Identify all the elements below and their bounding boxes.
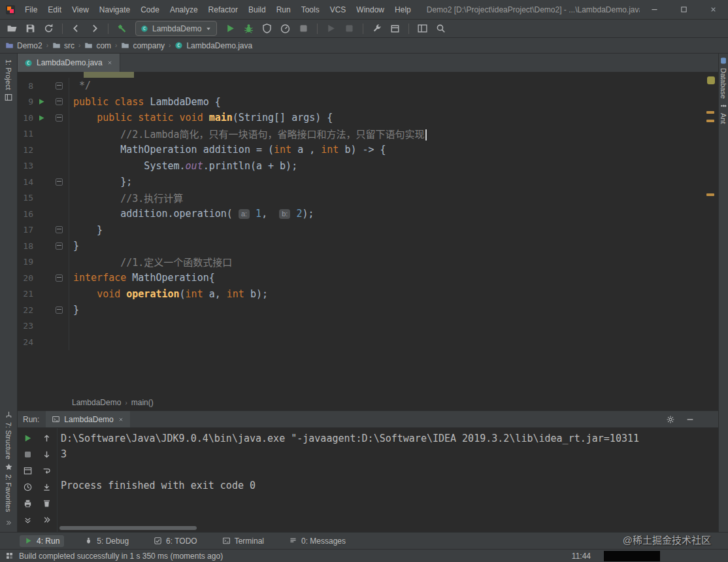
profiler-button[interactable] <box>277 21 293 37</box>
fold-marker[interactable] <box>56 306 63 314</box>
editor-breadcrumb-item[interactable]: LambdaDemo <box>72 398 121 407</box>
gutter[interactable]: 23 <box>18 318 69 335</box>
coverage-button[interactable] <box>259 21 275 37</box>
breadcrumb-src[interactable]: src <box>52 41 74 50</box>
console-output[interactable]: D:\Software\Java\JDK9.0.4\bin\java.exe "… <box>61 431 716 524</box>
breadcrumb-company[interactable]: company <box>121 41 165 50</box>
close-icon[interactable] <box>118 416 124 423</box>
run-button[interactable] <box>222 21 239 37</box>
fold-gutter[interactable] <box>49 82 69 90</box>
gutter[interactable]: 8 <box>18 78 69 94</box>
fold-marker[interactable] <box>56 98 63 105</box>
fold-gutter[interactable] <box>49 178 69 186</box>
close-button[interactable] <box>699 0 728 19</box>
code-text[interactable]: void operation(int a, int b); <box>69 288 268 300</box>
menu-edit[interactable]: Edit <box>42 5 67 14</box>
close-icon[interactable] <box>107 59 113 66</box>
print-icon[interactable] <box>23 499 33 508</box>
back-button[interactable] <box>68 21 84 37</box>
code-text[interactable]: System.out.println(a + b); <box>69 160 297 172</box>
code-text[interactable]: }; <box>69 176 132 188</box>
gutter[interactable]: 10 <box>18 110 69 126</box>
gutter[interactable]: 16 <box>18 206 69 222</box>
up-arrow-icon[interactable] <box>42 433 52 443</box>
fold-marker[interactable] <box>56 178 63 186</box>
fold-marker[interactable] <box>56 274 63 282</box>
breadcrumb-com[interactable]: com <box>84 41 111 50</box>
save-button[interactable] <box>22 21 39 37</box>
code-text[interactable]: interface MathOperation{ <box>69 272 215 284</box>
tool-stripe-button-database[interactable]: Database <box>720 57 727 102</box>
menu-file[interactable]: File <box>20 5 42 14</box>
tool-stripe-button-ant[interactable]: Ant <box>720 102 727 127</box>
gutter[interactable]: 12 <box>18 142 69 158</box>
soft-wrap-icon[interactable] <box>42 466 52 476</box>
warning-stripe-mark[interactable] <box>706 111 714 114</box>
fold-gutter[interactable] <box>49 114 69 122</box>
warning-stripe-mark[interactable] <box>706 193 714 196</box>
stop-button[interactable] <box>295 21 312 37</box>
run-line-icon[interactable] <box>38 98 45 105</box>
menu-refactor[interactable]: Refactor <box>203 5 243 14</box>
menu-help[interactable]: Help <box>389 5 416 14</box>
run-console-tab[interactable]: LambdaDemo <box>46 411 129 427</box>
gutter[interactable]: 21 <box>18 286 69 303</box>
code-text[interactable]: //2.Lambda简化，只有一块语句，省略接口和方法，只留下语句实现 <box>69 127 427 140</box>
menu-view[interactable]: View <box>67 5 94 14</box>
code-text[interactable]: addition.operation( a: 1, b: 2); <box>69 208 314 220</box>
tool-window-button-0-messages[interactable]: 0: Messages <box>284 535 350 547</box>
code-text[interactable]: } <box>69 224 103 236</box>
editor-breadcrumb-item[interactable]: main() <box>131 398 154 407</box>
scroll-end-icon[interactable] <box>42 482 52 492</box>
tool-window-button-4-run[interactable]: 4: Run <box>20 535 64 547</box>
gutter[interactable]: 19 <box>18 254 69 271</box>
more-chevron-icon[interactable] <box>42 515 52 525</box>
minimize-panel-icon[interactable] <box>686 415 695 424</box>
tool-window-button-6-todo[interactable]: 6: TODO <box>149 535 202 547</box>
debug-button[interactable] <box>240 21 257 37</box>
fold-gutter[interactable] <box>49 98 69 105</box>
box-button[interactable] <box>387 21 403 37</box>
minimize-button[interactable] <box>640 0 669 19</box>
console-horizontal-scrollbar[interactable] <box>59 526 197 530</box>
forward-button[interactable] <box>86 21 103 37</box>
menu-navigate[interactable]: Navigate <box>94 5 135 14</box>
code-text[interactable]: //1.定义一个函数式接口 <box>69 255 232 269</box>
code-text[interactable]: } <box>69 304 79 316</box>
fold-gutter[interactable] <box>49 274 69 282</box>
gutter[interactable]: 18 <box>18 238 69 254</box>
gutter[interactable]: 13 <box>18 158 69 174</box>
code-editor[interactable]: 8 */9public class LambdaDemo {10 public … <box>18 72 718 410</box>
gutter[interactable]: 14 <box>18 174 69 190</box>
menu-build[interactable]: Build <box>243 5 271 14</box>
layout-button[interactable] <box>414 21 431 37</box>
tool-stripe-button-1-project[interactable]: 1: Project <box>4 56 13 102</box>
stop-icon[interactable] <box>23 450 33 459</box>
gutter[interactable]: 9 <box>18 94 69 110</box>
more-chevron-icon[interactable] <box>5 519 12 527</box>
tool-stripe-button-7-structure[interactable]: 7: Structure <box>5 410 13 463</box>
code-text[interactable]: } <box>69 240 79 252</box>
fold-gutter[interactable] <box>49 306 69 314</box>
menu-vcs[interactable]: VCS <box>325 5 352 14</box>
fold-gutter[interactable] <box>49 226 69 233</box>
fold-marker[interactable] <box>56 226 63 233</box>
maximize-button[interactable] <box>669 0 699 19</box>
fold-gutter[interactable] <box>49 242 69 250</box>
wrench-button[interactable] <box>369 21 385 37</box>
gutter[interactable]: 17 <box>18 222 69 239</box>
collapse-icon[interactable] <box>23 515 33 525</box>
code-text[interactable]: //3.执行计算 <box>69 191 183 205</box>
fold-marker[interactable] <box>56 114 63 122</box>
run-config-selector[interactable]: CLambdaDemo <box>135 21 217 36</box>
clear-icon[interactable] <box>42 499 52 508</box>
menu-window[interactable]: Window <box>351 5 389 14</box>
gutter[interactable]: 22 <box>18 302 69 318</box>
breadcrumb-demo2[interactable]: Demo2 <box>5 41 42 50</box>
gutter[interactable]: 24 <box>18 334 69 350</box>
tool-window-button-5-debug[interactable]: 5: Debug <box>80 535 133 547</box>
menu-tools[interactable]: Tools <box>296 5 325 14</box>
fold-marker[interactable] <box>56 82 63 90</box>
code-text[interactable]: public class LambdaDemo { <box>69 96 221 108</box>
warning-stripe-mark[interactable] <box>706 120 714 122</box>
